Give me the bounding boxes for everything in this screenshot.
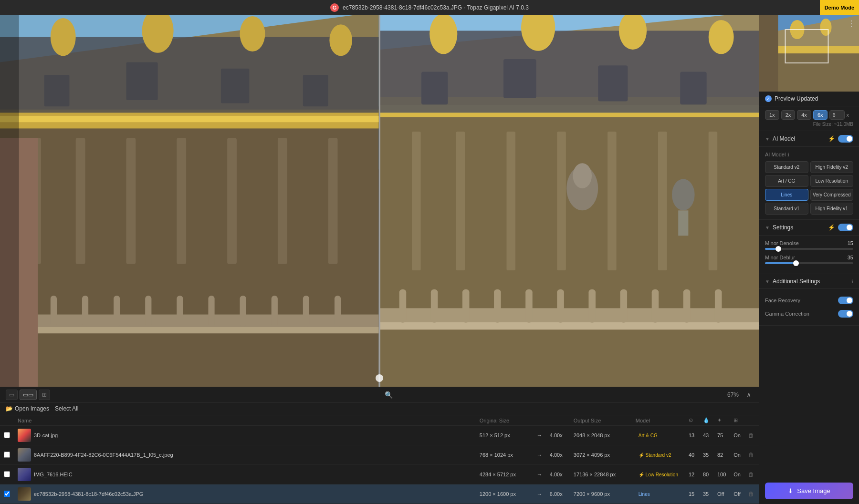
scale-value: 4.00x [546,445,570,465]
svg-rect-31 [240,296,246,327]
svg-rect-62 [380,322,759,329]
svg-rect-49 [708,132,717,270]
scale-1x-btn[interactable]: 1x [765,110,779,120]
scale-value: 6.00x [546,484,570,504]
delete-icon[interactable]: 🗑 [748,471,754,478]
grid-view-btn[interactable]: ⊞ [39,390,50,400]
save-icon: ⬇ [788,487,793,494]
single-view-btn[interactable]: ▭ [6,390,18,400]
additional-settings-header[interactable]: ▼ Additional Settings ℹ [759,274,859,289]
svg-rect-65 [462,289,469,323]
gamma-correction-toggle[interactable] [838,310,853,318]
ai-model-title: AI Model [773,135,828,142]
model-btn-low-resolution[interactable]: Low Resolution [810,175,854,187]
svg-point-21 [329,24,352,56]
minor-deblur-fill [765,262,796,264]
open-images-btn[interactable]: 📂 Open Images [6,405,49,412]
file-name-cell: ec78532b-2958-4381-8c18-7df46c02c53a.JPG [18,487,472,501]
svg-rect-40 [380,100,759,387]
file-name-cell: 8AAFF220-B899-4F24-82C6-0C6F5444A17B_1_I… [18,448,472,462]
col3-value: 82 [713,445,730,465]
minor-denoise-slider[interactable] [765,248,853,250]
file-checkbox[interactable] [4,432,10,438]
minor-denoise-thumb[interactable] [775,246,781,252]
file-thumb [18,468,31,481]
minor-deblur-thumb[interactable] [793,260,799,266]
svg-rect-3 [0,113,379,387]
minor-deblur-slider[interactable] [765,262,853,264]
scale-2x-btn[interactable]: 2x [781,110,796,120]
col3-value: Off [713,484,730,504]
col4-value: On [730,465,744,484]
image-viewer[interactable] [0,15,759,387]
svg-rect-11 [278,138,287,264]
svg-point-18 [51,18,76,56]
preview-thumbnail: ⋮ [759,15,859,92]
settings-section-header[interactable]: ▼ Settings ⚡ [759,220,859,236]
col2-value: 35 [699,484,713,504]
col3-value: 100 [713,465,730,484]
table-row[interactable]: ec78532b-2958-4381-8c18-7df46c02c53a.JPG… [0,484,759,504]
select-all-btn[interactable]: Select All [55,405,78,412]
svg-rect-23 [0,327,379,333]
delete-icon[interactable]: 🗑 [748,432,754,439]
settings-toggle[interactable] [838,224,853,231]
delete-icon[interactable]: 🗑 [748,452,754,458]
ai-model-options: AI Model ℹ Standard v2High Fidelity v2Ar… [759,147,859,220]
ai-model-section-header[interactable]: ▼ AI Model ⚡ [759,131,859,147]
svg-rect-69 [588,289,596,323]
file-name-cell: 3D-cat.jpg [18,429,472,442]
scale-value: 4.00x [546,426,570,445]
svg-rect-33 [303,296,309,327]
collapse-btn[interactable]: ∧ [744,390,753,400]
table-row[interactable]: 8AAFF220-B899-4F24-82C6-0C6F5444A17B_1_I… [0,445,759,465]
svg-rect-66 [494,289,501,323]
svg-point-20 [240,16,265,51]
file-name: ec78532b-2958-4381-8c18-7df46c02c53a.JPG [34,491,143,497]
scale-6x-btn[interactable]: 6x [813,110,828,120]
split-view-btn[interactable]: ▭▭ [20,390,37,400]
ai-model-grid: Standard v2High Fidelity v2Art / CGLow R… [765,161,853,215]
table-row[interactable]: 3D-cat.jpg 512 × 512 px → 4.00x 2048 × 2… [0,426,759,445]
file-thumb [18,487,31,501]
scale-arrow: → [533,445,546,465]
svg-point-60 [573,163,592,188]
svg-rect-67 [525,289,533,323]
delete-icon[interactable]: 🗑 [748,491,754,497]
model-btn-high-fidelity-v1[interactable]: High Fidelity v1 [810,203,854,215]
scale-custom-input[interactable] [829,110,845,120]
ai-model-label: AI Model ℹ [765,152,853,157]
svg-rect-82 [759,15,778,92]
app-icon: G [330,3,339,12]
col-model: Model [632,415,685,426]
svg-rect-27 [114,296,120,327]
face-recovery-toggle[interactable] [838,297,853,304]
file-checkbox[interactable] [4,491,10,497]
save-image-btn[interactable]: ⬇ Save Image [765,483,853,499]
scale-4x-btn[interactable]: 4x [797,110,811,120]
minor-denoise-row: Minor Denoise 15 [765,240,853,246]
model-btn-standard-v1[interactable]: Standard v1 [765,203,808,215]
split-divider[interactable] [379,15,380,387]
settings-toggle-group: ⚡ [828,224,853,231]
model-btn-lines[interactable]: Lines [765,189,808,201]
split-handle [376,374,383,382]
model-btn-high-fidelity-v2[interactable]: High Fidelity v2 [810,161,854,173]
model-btn-art-cg[interactable]: Art / CG [765,175,808,187]
svg-rect-7 [76,138,85,264]
ai-model-bolt-icon: ⚡ [828,135,835,142]
file-checkbox[interactable] [4,471,10,477]
settings-sliders: Minor Denoise 15 Minor Deblur 35 [759,236,859,274]
model-btn-standard-v2[interactable]: Standard v2 [765,161,808,173]
svg-rect-30 [208,296,214,327]
face-recovery-label: Face Recovery [765,298,800,303]
model-btn-very-compressed[interactable]: Very Compressed [810,189,854,201]
svg-rect-8 [126,138,136,264]
ai-model-toggle[interactable] [838,135,853,143]
sidebar-more-btn[interactable]: ⋮ [848,19,855,28]
output-size: 17136 × 22848 px [570,465,632,484]
gamma-correction-label: Gamma Correction [765,311,809,317]
zoom-in-btn[interactable]: 🔍 [383,390,395,400]
table-row[interactable]: IMG_7616.HEIC 4284 × 5712 px → 4.00x 171… [0,465,759,484]
file-checkbox[interactable] [4,452,10,458]
